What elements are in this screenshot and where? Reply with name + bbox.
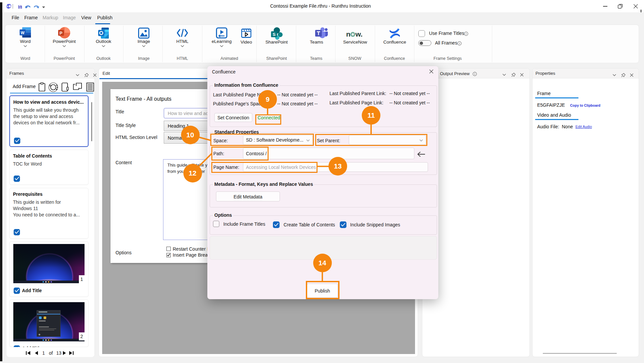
svg-text:S: S <box>273 32 276 37</box>
svg-text:n: n <box>346 31 350 38</box>
svg-text:P: P <box>60 31 63 36</box>
svg-text:W: W <box>21 31 25 35</box>
svg-text:w: w <box>355 31 361 38</box>
svg-text:R: R <box>7 5 8 8</box>
